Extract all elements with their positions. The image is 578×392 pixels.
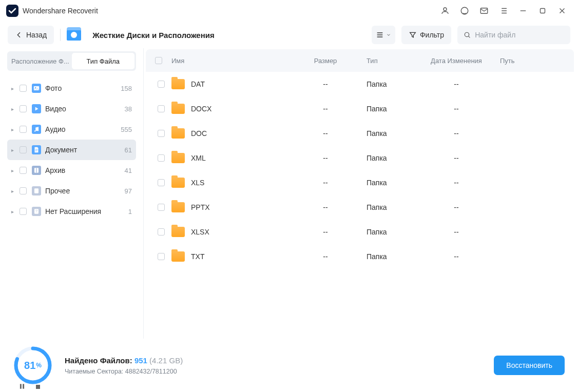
toolbar: Назад Жесткие Диски и Расположения Фильт… xyxy=(0,22,578,48)
row-name: XML xyxy=(191,154,206,162)
item-count: 1 xyxy=(128,208,132,215)
item-label: Прочее xyxy=(45,187,125,195)
item-checkbox[interactable] xyxy=(20,146,27,153)
svg-text:?: ? xyxy=(35,209,37,213)
sidebar: Расположение Ф... Тип Файла ▸Фото158▸Вид… xyxy=(0,48,144,339)
search-input[interactable] xyxy=(475,31,564,39)
table-row[interactable]: DOC--Папка-- xyxy=(146,121,574,146)
svg-point-1 xyxy=(461,7,468,14)
tab-location[interactable]: Расположение Ф... xyxy=(9,53,72,69)
sidebar-item-Аудио[interactable]: ▸Аудио555 xyxy=(7,119,136,140)
sidebar-item-Видео[interactable]: ▸Видео38 xyxy=(7,99,136,119)
caret-icon: ▸ xyxy=(11,106,16,112)
row-size: -- xyxy=(300,80,351,88)
item-checkbox[interactable] xyxy=(20,126,27,133)
table-row[interactable]: PPTX--Папка-- xyxy=(146,195,574,220)
folder-icon xyxy=(171,104,185,114)
item-checkbox[interactable] xyxy=(20,167,27,174)
tab-filetype[interactable]: Тип Файла xyxy=(72,53,135,69)
sidebar-item-Прочее[interactable]: ▸Прочее97 xyxy=(7,181,136,201)
table-body: DAT--Папка--DOCX--Папка--DOC--Папка--XML… xyxy=(146,72,574,269)
support-icon[interactable] xyxy=(455,1,474,21)
type-icon xyxy=(32,104,41,113)
folder-icon xyxy=(171,178,185,188)
row-checkbox[interactable] xyxy=(158,154,165,162)
file-table-area: Имя Размер Тип Дата Изменения Путь DAT--… xyxy=(144,48,578,339)
row-type: Папка xyxy=(351,129,418,138)
back-button[interactable]: Назад xyxy=(8,26,54,44)
row-size: -- xyxy=(300,203,351,211)
item-label: Аудио xyxy=(45,125,121,133)
recover-button[interactable]: Восстановить xyxy=(494,356,565,375)
row-type: Папка xyxy=(351,203,418,211)
row-checkbox[interactable] xyxy=(158,179,165,186)
found-size: (4.21 GB) xyxy=(149,356,183,365)
caret-icon: ▸ xyxy=(11,147,16,153)
minimize-icon[interactable] xyxy=(513,1,533,21)
row-date: -- xyxy=(418,203,495,211)
item-label: Видео xyxy=(45,105,125,113)
th-size[interactable]: Размер xyxy=(300,57,351,65)
sidebar-item-Фото[interactable]: ▸Фото158 xyxy=(7,78,136,99)
view-menu-button[interactable] xyxy=(372,26,395,44)
table-row[interactable]: DOCX--Папка-- xyxy=(146,96,574,121)
table-row[interactable]: XLSX--Папка-- xyxy=(146,220,574,244)
filter-button[interactable]: Фильтр xyxy=(401,26,451,44)
table-row[interactable]: TXT--Папка-- xyxy=(146,244,574,269)
folder-icon xyxy=(171,79,185,89)
sectors-value: 4882432/7811200 xyxy=(125,368,177,375)
svg-rect-3 xyxy=(541,9,545,13)
row-checkbox[interactable] xyxy=(158,105,165,112)
svg-point-6 xyxy=(35,87,36,88)
th-type[interactable]: Тип xyxy=(351,57,418,65)
row-date: -- xyxy=(418,179,495,187)
item-label: Нет Расширения xyxy=(45,207,128,215)
svg-rect-18 xyxy=(23,384,24,388)
row-size: -- xyxy=(300,228,351,236)
titlebar: Wondershare Recoverit xyxy=(0,0,578,22)
stop-button[interactable] xyxy=(35,383,41,392)
divider xyxy=(60,29,61,41)
item-label: Фото xyxy=(45,84,121,92)
search-box[interactable] xyxy=(457,26,570,44)
type-icon xyxy=(32,166,41,175)
item-checkbox[interactable] xyxy=(20,105,27,112)
row-checkbox[interactable] xyxy=(158,81,165,88)
item-count: 38 xyxy=(125,105,132,113)
row-name: PPTX xyxy=(191,203,210,211)
file-type-tree: ▸Фото158▸Видео38▸Аудио555▸Документ61▸Арх… xyxy=(7,78,136,222)
account-icon[interactable] xyxy=(435,1,455,21)
row-checkbox[interactable] xyxy=(158,204,165,211)
back-label: Назад xyxy=(26,31,47,39)
table-row[interactable]: XML--Папка-- xyxy=(146,146,574,170)
mail-icon[interactable] xyxy=(474,1,494,21)
row-checkbox[interactable] xyxy=(158,228,165,236)
row-checkbox[interactable] xyxy=(158,130,165,137)
select-all-checkbox[interactable] xyxy=(155,57,162,64)
menu-list-icon[interactable] xyxy=(494,1,513,21)
item-checkbox[interactable] xyxy=(20,208,27,215)
th-name[interactable]: Имя xyxy=(171,57,300,65)
maximize-icon[interactable] xyxy=(533,1,552,21)
svg-point-9 xyxy=(37,130,38,131)
sidebar-item-Архив[interactable]: ▸Архив41 xyxy=(7,160,136,181)
row-date: -- xyxy=(418,228,495,236)
close-icon[interactable] xyxy=(552,1,572,21)
row-name: TXT xyxy=(191,252,204,261)
app-logo-icon xyxy=(6,5,18,17)
sidebar-item-Нет Расширения[interactable]: ▸?Нет Расширения1 xyxy=(7,201,136,222)
th-path[interactable]: Путь xyxy=(495,57,574,65)
row-checkbox[interactable] xyxy=(158,253,165,260)
found-count: 951 xyxy=(134,356,147,365)
sidebar-item-Документ[interactable]: ▸Документ61 xyxy=(7,140,136,160)
table-row[interactable]: DAT--Папка-- xyxy=(146,72,574,96)
caret-icon: ▸ xyxy=(11,86,16,91)
item-checkbox[interactable] xyxy=(20,187,27,194)
table-row[interactable]: XLS--Папка-- xyxy=(146,170,574,195)
th-date[interactable]: Дата Изменения xyxy=(418,57,495,65)
row-date: -- xyxy=(418,154,495,162)
pause-button[interactable] xyxy=(18,383,26,392)
item-checkbox[interactable] xyxy=(20,85,27,92)
row-date: -- xyxy=(418,252,495,261)
caret-icon: ▸ xyxy=(11,188,16,194)
